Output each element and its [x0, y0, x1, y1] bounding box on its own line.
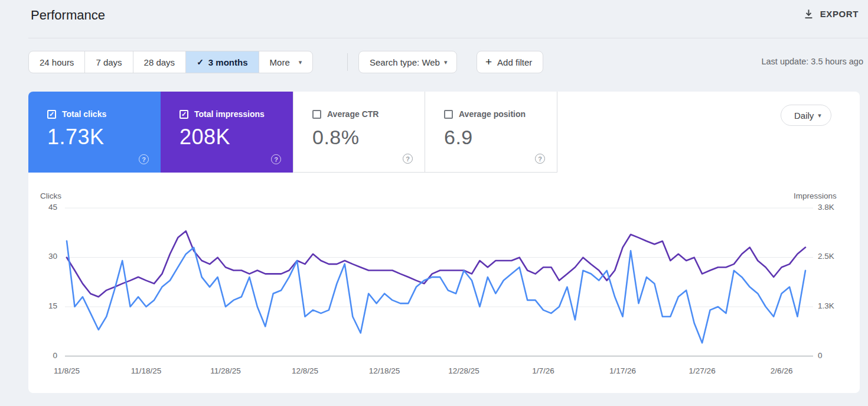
help-icon[interactable]: ? [271, 154, 281, 164]
y-tick-left: 30 [28, 252, 57, 261]
x-tick-label: 11/18/25 [120, 366, 173, 375]
y-tick-right: 2.5K [818, 252, 853, 261]
metric-card-average-position[interactable]: Average position 6.9 ? [425, 92, 557, 173]
performance-panel: ✓ Total clicks 1.73K ? ✓ Total impressio… [28, 92, 860, 393]
y-tick-left: 45 [28, 203, 57, 212]
filter-divider [347, 53, 348, 71]
y-tick-left: 0 [28, 351, 57, 360]
help-icon[interactable]: ? [535, 154, 545, 164]
y-tick-right: 3.8K [818, 203, 853, 212]
y-tick-right: 0 [818, 351, 853, 360]
last-update-text: Last update: 3.5 hours ago [761, 57, 863, 66]
x-tick-label: 2/6/26 [755, 366, 808, 375]
header-divider [28, 38, 868, 38]
x-tick-label: 1/17/26 [596, 366, 650, 375]
export-button[interactable]: EXPORT [803, 8, 859, 20]
x-tick-label: 11/28/25 [199, 366, 252, 375]
tab-more[interactable]: More ▾ [259, 51, 313, 73]
metric-card-total-clicks[interactable]: ✓ Total clicks 1.73K ? [28, 92, 161, 173]
checkbox-unchecked-icon[interactable] [444, 110, 453, 119]
tab-24-hours[interactable]: 24 hours [29, 51, 85, 73]
metric-label: Average position [459, 109, 526, 119]
chevron-down-icon: ▾ [299, 59, 302, 66]
x-tick-label: 1/7/26 [517, 366, 570, 375]
metric-label: Total clicks [62, 109, 106, 119]
metric-value: 1.73K [47, 125, 105, 150]
add-filter-button[interactable]: + Add filter [477, 51, 543, 73]
metric-card-total-impressions[interactable]: ✓ Total impressions 208K ? [161, 92, 293, 173]
export-label: EXPORT [820, 9, 859, 19]
download-icon [803, 8, 814, 20]
chevron-down-icon: ▾ [818, 112, 821, 119]
granularity-dropdown[interactable]: Daily ▾ [781, 105, 831, 126]
chevron-down-icon: ▾ [444, 59, 448, 66]
left-axis-title: Clicks [40, 191, 61, 200]
metric-value: 208K [180, 125, 230, 150]
date-range-tabs: 24 hours 7 days 28 days ✓ 3 months More … [28, 51, 313, 73]
metric-card-average-ctr[interactable]: Average CTR 0.8% ? [293, 92, 425, 173]
metric-label: Average CTR [327, 109, 378, 119]
metric-value: 0.8% [312, 126, 360, 149]
metric-value: 6.9 [444, 126, 473, 149]
y-tick-left: 15 [28, 301, 57, 310]
plus-icon: + [485, 56, 492, 69]
checkbox-unchecked-icon[interactable] [312, 110, 321, 119]
check-icon: ✓ [197, 57, 204, 67]
y-tick-right: 1.3K [818, 301, 853, 310]
x-tick-label: 1/27/26 [676, 366, 729, 375]
tab-7-days[interactable]: 7 days [85, 51, 133, 73]
help-icon[interactable]: ? [139, 154, 149, 164]
help-icon[interactable]: ? [403, 154, 413, 164]
metric-label: Total impressions [194, 109, 265, 119]
checkbox-checked-icon[interactable]: ✓ [47, 110, 56, 119]
search-type-dropdown[interactable]: Search type: Web ▾ [358, 51, 457, 73]
right-axis-title: Impressions [794, 191, 837, 200]
checkbox-checked-icon[interactable]: ✓ [180, 110, 188, 119]
tab-3-months[interactable]: ✓ 3 months [186, 51, 259, 73]
tab-28-days[interactable]: 28 days [133, 51, 187, 73]
x-tick-label: 12/8/25 [279, 366, 332, 375]
x-tick-label: 12/18/25 [358, 366, 411, 375]
page-title: Performance [31, 8, 105, 23]
x-tick-label: 11/8/25 [40, 366, 93, 375]
x-tick-label: 12/28/25 [438, 366, 491, 375]
